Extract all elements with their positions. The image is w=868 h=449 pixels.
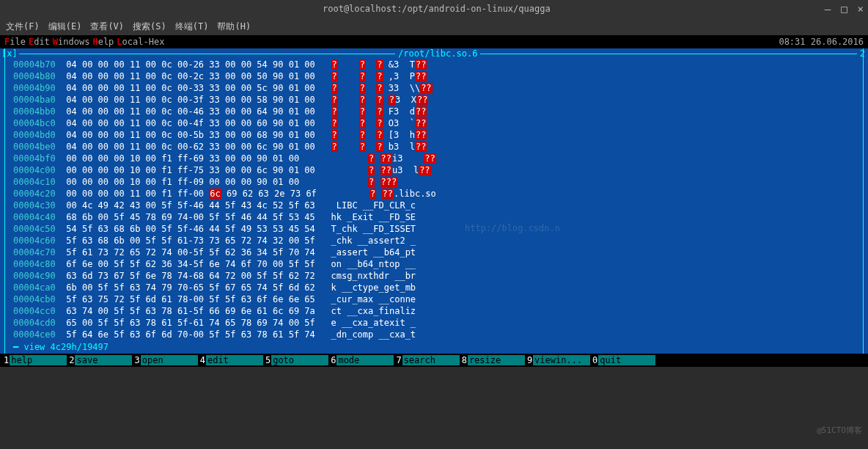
hex-row[interactable]: 00004c80 6f 6e 00 5f 5f 62 36 34-5f 6e 7…	[13, 258, 864, 270]
app-menu-file[interactable]: FFileile	[4, 37, 26, 47]
hex-row[interactable]: 00004c90 63 6d 73 67 5f 6e 78 74-68 64 7…	[13, 270, 864, 282]
hex-pane: [x] /root/libc.so.6 2 00004b70 04 00 00 …	[0, 48, 868, 354]
hex-row[interactable]: 00004bd0 04 00 00 00 11 00 0c 00-5b 33 0…	[13, 129, 864, 141]
fkey-bar: 1help2save3open4edit5goto6mode7search8re…	[0, 354, 868, 367]
hex-row[interactable]: 00004ca0 6b 00 5f 5f 63 74 79 70-65 5f 6…	[13, 282, 864, 293]
hex-row[interactable]: 00004c00 00 00 00 00 10 00 f1 ff-75 33 0…	[13, 164, 864, 176]
watermark: http://blog.csdn.n	[465, 223, 560, 233]
hex-row[interactable]: 00004c70 5f 61 73 72 65 72 74 00-5f 5f 6…	[13, 247, 864, 258]
fkey-mode[interactable]: 6mode	[330, 355, 394, 365]
hex-row[interactable]: 00004be0 04 00 00 00 11 00 0c 00-62 33 0…	[13, 141, 864, 153]
fkey-edit[interactable]: 4edit	[199, 355, 263, 365]
hex-row[interactable]: 00004cb0 5f 63 75 72 5f 6d 61 78-00 5f 5…	[13, 293, 864, 305]
hex-row[interactable]: 00004ba0 04 00 00 00 11 00 0c 00-3f 33 0…	[13, 94, 864, 106]
fkey-open[interactable]: 3open	[133, 355, 197, 365]
system-menubar: 文件(F) 编辑(E) 查看(V) 搜索(S) 终端(T) 帮助(H)	[0, 18, 868, 35]
app-menu-help[interactable]: Help	[92, 37, 114, 47]
app-menu-windows[interactable]: Windows	[53, 37, 90, 47]
hex-row[interactable]: 00004ce0 5f 64 6e 5f 63 6f 6d 70-00 5f 5…	[13, 329, 864, 340]
status-line: ━ view 4c29h/19497	[0, 340, 868, 354]
hex-row[interactable]: 00004b90 04 00 00 00 11 00 0c 00-33 33 0…	[13, 82, 864, 94]
hex-row[interactable]: 00004cc0 63 74 00 5f 5f 63 78 61-5f 66 6…	[13, 305, 864, 317]
fkey-viewin...[interactable]: 9viewin...	[526, 355, 590, 365]
fkey-search[interactable]: 7search	[395, 355, 459, 365]
hex-row[interactable]: 00004bc0 04 00 00 00 11 00 0c 00-4f 33 0…	[13, 117, 864, 129]
hex-row[interactable]: 00004c10 00 00 00 00 10 00 f1 ff-09 00 0…	[13, 176, 864, 188]
fkey-help[interactable]: 1help	[3, 355, 67, 365]
sys-menu-terminal[interactable]: 终端(T)	[175, 21, 209, 33]
sys-menu-edit[interactable]: 编辑(E)	[48, 21, 82, 33]
window-titlebar: root@localhost:/opt/android-on-linux/qua…	[0, 0, 868, 18]
hex-row[interactable]: 00004c50 54 5f 63 68 6b 00 5f 5f-46 44 5…	[13, 223, 864, 235]
hex-row[interactable]: 00004cd0 65 00 5f 5f 63 78 61 5f-61 74 6…	[13, 317, 864, 329]
clock: 08:31 26.06.2016	[779, 37, 864, 47]
app-menu-local[interactable]: Local-Hex	[117, 37, 164, 47]
minimize-icon[interactable]: —	[825, 3, 831, 15]
sys-menu-search[interactable]: 搜索(S)	[133, 21, 166, 33]
close-icon[interactable]: ×	[858, 3, 864, 15]
fkey-resize[interactable]: 8resize	[461, 355, 525, 365]
app-menubar: FFileile Edit Windows Help Local-Hex 08:…	[0, 35, 868, 48]
sys-menu-help[interactable]: 帮助(H)	[217, 21, 251, 33]
hex-row[interactable]: 00004b80 04 00 00 00 11 00 0c 00-2c 33 0…	[13, 70, 864, 82]
hex-row[interactable]: 00004c60 5f 63 68 6b 00 5f 5f 61-73 73 6…	[13, 235, 864, 247]
sys-menu-view[interactable]: 查看(V)	[90, 21, 124, 33]
sys-menu-file[interactable]: 文件(F)	[6, 21, 40, 33]
hex-row[interactable]: 00004bf0 00 00 00 00 10 00 f1 ff-69 33 0…	[13, 153, 864, 164]
fkey-save[interactable]: 2save	[68, 355, 132, 365]
fkey-quit[interactable]: 0quit	[592, 355, 655, 365]
hex-rows[interactable]: 00004b70 04 00 00 00 11 00 0c 00-26 33 0…	[0, 59, 868, 340]
maximize-icon[interactable]: □	[841, 3, 847, 15]
corner-watermark: @51CTO博客	[817, 425, 862, 436]
file-path: /root/libc.so.6	[395, 48, 480, 59]
hex-row[interactable]: 00004c20 00 00 00 00 11 00 f1 ff-00 6c 6…	[13, 188, 864, 200]
hex-row[interactable]: 00004c30 00 4c 49 42 43 00 5f 5f-46 44 5…	[13, 200, 864, 211]
hex-row[interactable]: 00004c40 68 6b 00 5f 45 78 69 74-00 5f 5…	[13, 211, 864, 223]
window-title: root@localhost:/opt/android-on-linux/qua…	[48, 4, 825, 14]
hex-row[interactable]: 00004bb0 04 00 00 00 11 00 0c 00-46 33 0…	[13, 106, 864, 117]
fkey-goto[interactable]: 5goto	[265, 355, 328, 365]
hex-row[interactable]: 00004b70 04 00 00 00 11 00 0c 00-26 33 0…	[13, 59, 864, 70]
app-menu-edit[interactable]: Edit	[29, 37, 50, 47]
pane-close-icon[interactable]: [x]	[0, 48, 19, 59]
